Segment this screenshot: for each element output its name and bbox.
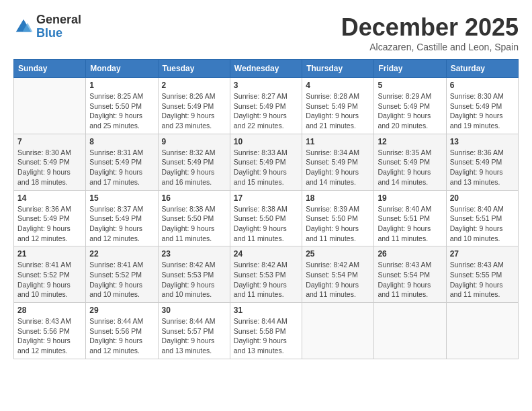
calendar-cell: 21Sunrise: 8:41 AM Sunset: 5:52 PM Dayli… (14, 246, 86, 303)
weekday-header-saturday: Saturday (446, 60, 518, 78)
day-info: Sunrise: 8:39 AM Sunset: 5:50 PM Dayligh… (306, 204, 370, 244)
day-number: 17 (234, 193, 298, 203)
day-info: Sunrise: 8:40 AM Sunset: 5:51 PM Dayligh… (450, 204, 515, 244)
day-info: Sunrise: 8:38 AM Sunset: 5:50 PM Dayligh… (162, 204, 226, 244)
calendar-week-row: 7Sunrise: 8:30 AM Sunset: 5:49 PM Daylig… (14, 134, 519, 190)
location-text: Alcazaren, Castille and Leon, Spain (341, 42, 519, 52)
title-block: December 2025 Alcazaren, Castille and Le… (341, 13, 519, 52)
weekday-header-wednesday: Wednesday (230, 60, 302, 78)
calendar-cell: 7Sunrise: 8:30 AM Sunset: 5:49 PM Daylig… (14, 134, 86, 190)
day-info: Sunrise: 8:30 AM Sunset: 5:49 PM Dayligh… (450, 91, 515, 131)
day-number: 20 (450, 193, 515, 203)
day-number: 9 (162, 137, 226, 146)
calendar-cell: 18Sunrise: 8:39 AM Sunset: 5:50 PM Dayli… (302, 190, 374, 246)
calendar-cell (14, 78, 86, 134)
day-info: Sunrise: 8:41 AM Sunset: 5:52 PM Dayligh… (17, 260, 82, 300)
day-info: Sunrise: 8:30 AM Sunset: 5:49 PM Dayligh… (17, 148, 82, 187)
logo-general-text: General (36, 13, 81, 27)
calendar-cell: 4Sunrise: 8:28 AM Sunset: 5:49 PM Daylig… (302, 78, 374, 134)
calendar-week-row: 1Sunrise: 8:25 AM Sunset: 5:50 PM Daylig… (14, 78, 519, 134)
calendar-cell: 24Sunrise: 8:42 AM Sunset: 5:53 PM Dayli… (230, 246, 302, 303)
calendar-week-row: 28Sunrise: 8:43 AM Sunset: 5:56 PM Dayli… (14, 303, 519, 359)
day-number: 8 (89, 137, 154, 146)
logo: General Blue (13, 13, 81, 40)
calendar-cell: 11Sunrise: 8:34 AM Sunset: 5:49 PM Dayli… (302, 134, 374, 190)
day-number: 1 (89, 81, 154, 90)
page-header: General Blue December 2025 Alcazaren, Ca… (13, 13, 519, 52)
calendar-cell (374, 303, 446, 359)
day-info: Sunrise: 8:25 AM Sunset: 5:50 PM Dayligh… (89, 91, 154, 131)
day-number: 28 (17, 306, 82, 315)
calendar-table: SundayMondayTuesdayWednesdayThursdayFrid… (13, 59, 519, 359)
day-number: 22 (89, 249, 154, 259)
calendar-cell: 12Sunrise: 8:35 AM Sunset: 5:49 PM Dayli… (374, 134, 446, 190)
month-title: December 2025 (341, 13, 519, 42)
day-number: 5 (378, 81, 442, 90)
calendar-cell: 2Sunrise: 8:26 AM Sunset: 5:49 PM Daylig… (158, 78, 230, 134)
calendar-cell: 25Sunrise: 8:42 AM Sunset: 5:54 PM Dayli… (302, 246, 374, 303)
calendar-body: 1Sunrise: 8:25 AM Sunset: 5:50 PM Daylig… (14, 78, 519, 359)
day-number: 30 (162, 306, 226, 315)
day-info: Sunrise: 8:38 AM Sunset: 5:50 PM Dayligh… (234, 204, 298, 244)
day-number: 6 (450, 81, 515, 90)
day-number: 16 (162, 193, 226, 203)
day-number: 13 (450, 137, 515, 146)
weekday-header-sunday: Sunday (14, 60, 86, 78)
calendar-cell: 13Sunrise: 8:36 AM Sunset: 5:49 PM Dayli… (446, 134, 518, 190)
day-info: Sunrise: 8:36 AM Sunset: 5:49 PM Dayligh… (450, 148, 515, 187)
calendar-cell (446, 303, 518, 359)
day-info: Sunrise: 8:26 AM Sunset: 5:49 PM Dayligh… (162, 91, 226, 131)
day-number: 4 (306, 81, 370, 90)
day-number: 29 (89, 306, 154, 315)
day-info: Sunrise: 8:32 AM Sunset: 5:49 PM Dayligh… (162, 148, 226, 187)
weekday-header-monday: Monday (86, 60, 158, 78)
day-info: Sunrise: 8:33 AM Sunset: 5:49 PM Dayligh… (234, 148, 298, 187)
day-info: Sunrise: 8:43 AM Sunset: 5:54 PM Dayligh… (378, 260, 442, 300)
calendar-cell: 29Sunrise: 8:44 AM Sunset: 5:56 PM Dayli… (86, 303, 158, 359)
calendar-week-row: 14Sunrise: 8:36 AM Sunset: 5:49 PM Dayli… (14, 190, 519, 246)
weekday-header-friday: Friday (374, 60, 446, 78)
day-info: Sunrise: 8:28 AM Sunset: 5:49 PM Dayligh… (306, 91, 370, 131)
calendar-cell: 20Sunrise: 8:40 AM Sunset: 5:51 PM Dayli… (446, 190, 518, 246)
day-number: 26 (378, 249, 442, 259)
day-info: Sunrise: 8:35 AM Sunset: 5:49 PM Dayligh… (378, 148, 442, 187)
day-info: Sunrise: 8:36 AM Sunset: 5:49 PM Dayligh… (17, 204, 82, 244)
weekday-header-tuesday: Tuesday (158, 60, 230, 78)
calendar-cell: 8Sunrise: 8:31 AM Sunset: 5:49 PM Daylig… (86, 134, 158, 190)
weekday-header-thursday: Thursday (302, 60, 374, 78)
day-number: 21 (17, 249, 82, 259)
calendar-cell (302, 303, 374, 359)
day-number: 27 (450, 249, 515, 259)
calendar-cell: 16Sunrise: 8:38 AM Sunset: 5:50 PM Dayli… (158, 190, 230, 246)
calendar-cell: 27Sunrise: 8:43 AM Sunset: 5:55 PM Dayli… (446, 246, 518, 303)
calendar-cell: 30Sunrise: 8:44 AM Sunset: 5:57 PM Dayli… (158, 303, 230, 359)
day-number: 31 (234, 306, 298, 315)
day-number: 11 (306, 137, 370, 146)
day-info: Sunrise: 8:27 AM Sunset: 5:49 PM Dayligh… (234, 91, 298, 131)
day-info: Sunrise: 8:37 AM Sunset: 5:49 PM Dayligh… (89, 204, 154, 244)
day-number: 19 (378, 193, 442, 203)
calendar-cell: 22Sunrise: 8:41 AM Sunset: 5:52 PM Dayli… (86, 246, 158, 303)
day-info: Sunrise: 8:44 AM Sunset: 5:56 PM Dayligh… (89, 316, 154, 356)
day-info: Sunrise: 8:43 AM Sunset: 5:55 PM Dayligh… (450, 260, 515, 300)
day-number: 7 (17, 137, 82, 146)
day-number: 25 (306, 249, 370, 259)
day-info: Sunrise: 8:42 AM Sunset: 5:54 PM Dayligh… (306, 260, 370, 300)
calendar-header-row: SundayMondayTuesdayWednesdayThursdayFrid… (14, 60, 519, 78)
calendar-cell: 9Sunrise: 8:32 AM Sunset: 5:49 PM Daylig… (158, 134, 230, 190)
calendar-week-row: 21Sunrise: 8:41 AM Sunset: 5:52 PM Dayli… (14, 246, 519, 303)
calendar-cell: 6Sunrise: 8:30 AM Sunset: 5:49 PM Daylig… (446, 78, 518, 134)
day-info: Sunrise: 8:42 AM Sunset: 5:53 PM Dayligh… (234, 260, 298, 300)
day-number: 24 (234, 249, 298, 259)
calendar-cell: 14Sunrise: 8:36 AM Sunset: 5:49 PM Dayli… (14, 190, 86, 246)
calendar-cell: 3Sunrise: 8:27 AM Sunset: 5:49 PM Daylig… (230, 78, 302, 134)
day-number: 10 (234, 137, 298, 146)
calendar-cell: 19Sunrise: 8:40 AM Sunset: 5:51 PM Dayli… (374, 190, 446, 246)
calendar-cell: 28Sunrise: 8:43 AM Sunset: 5:56 PM Dayli… (14, 303, 86, 359)
calendar-cell: 15Sunrise: 8:37 AM Sunset: 5:49 PM Dayli… (86, 190, 158, 246)
day-info: Sunrise: 8:43 AM Sunset: 5:56 PM Dayligh… (17, 316, 82, 356)
logo-icon (13, 17, 34, 37)
logo-blue-text: Blue (36, 27, 81, 40)
calendar-cell: 23Sunrise: 8:42 AM Sunset: 5:53 PM Dayli… (158, 246, 230, 303)
calendar-cell: 17Sunrise: 8:38 AM Sunset: 5:50 PM Dayli… (230, 190, 302, 246)
